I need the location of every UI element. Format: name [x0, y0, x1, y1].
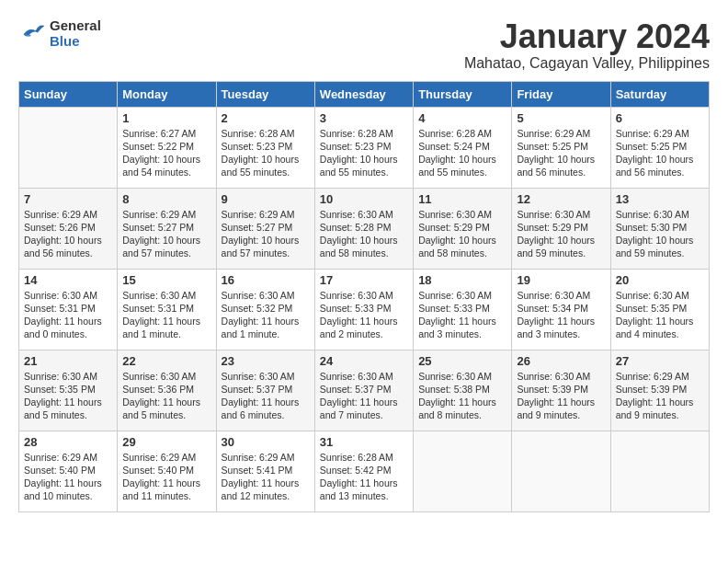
day-content: Sunrise: 6:29 AM Sunset: 5:40 PM Dayligh… — [122, 451, 210, 503]
day-number: 7 — [24, 192, 112, 206]
calendar-cell: 15Sunrise: 6:30 AM Sunset: 5:31 PM Dayli… — [118, 269, 216, 350]
calendar-cell: 23Sunrise: 6:30 AM Sunset: 5:37 PM Dayli… — [216, 350, 314, 431]
calendar-cell: 28Sunrise: 6:29 AM Sunset: 5:40 PM Dayli… — [19, 431, 118, 511]
day-number: 26 — [517, 354, 605, 368]
calendar-cell: 12Sunrise: 6:30 AM Sunset: 5:29 PM Dayli… — [512, 188, 610, 269]
day-content: Sunrise: 6:28 AM Sunset: 5:23 PM Dayligh… — [222, 127, 310, 179]
day-number: 19 — [517, 273, 605, 287]
day-content: Sunrise: 6:30 AM Sunset: 5:36 PM Dayligh… — [122, 370, 210, 422]
calendar-cell: 20Sunrise: 6:30 AM Sunset: 5:35 PM Dayli… — [610, 269, 709, 350]
day-content: Sunrise: 6:30 AM Sunset: 5:38 PM Dayligh… — [418, 370, 506, 422]
week-row-2: 7Sunrise: 6:29 AM Sunset: 5:26 PM Daylig… — [19, 188, 710, 269]
calendar-cell: 14Sunrise: 6:30 AM Sunset: 5:31 PM Dayli… — [19, 269, 118, 350]
column-header-wednesday: Wednesday — [314, 81, 413, 107]
day-content: Sunrise: 6:30 AM Sunset: 5:39 PM Dayligh… — [517, 370, 605, 422]
day-number: 23 — [222, 354, 310, 368]
column-header-sunday: Sunday — [19, 81, 118, 107]
day-content: Sunrise: 6:29 AM Sunset: 5:39 PM Dayligh… — [616, 370, 704, 422]
day-content: Sunrise: 6:28 AM Sunset: 5:23 PM Dayligh… — [320, 127, 408, 179]
day-content: Sunrise: 6:29 AM Sunset: 5:41 PM Dayligh… — [222, 451, 310, 503]
day-content: Sunrise: 6:29 AM Sunset: 5:25 PM Dayligh… — [616, 127, 704, 179]
week-row-4: 21Sunrise: 6:30 AM Sunset: 5:35 PM Dayli… — [19, 350, 710, 431]
calendar-cell: 30Sunrise: 6:29 AM Sunset: 5:41 PM Dayli… — [216, 431, 314, 511]
calendar-cell: 2Sunrise: 6:28 AM Sunset: 5:23 PM Daylig… — [216, 107, 314, 188]
calendar-cell — [414, 431, 512, 511]
day-content: Sunrise: 6:30 AM Sunset: 5:33 PM Dayligh… — [418, 289, 506, 341]
day-number: 20 — [616, 273, 704, 287]
logo-general: General — [50, 18, 101, 34]
day-number: 13 — [616, 192, 704, 206]
logo: General Blue — [18, 18, 101, 49]
calendar-cell: 24Sunrise: 6:30 AM Sunset: 5:37 PM Dayli… — [314, 350, 413, 431]
calendar-cell: 18Sunrise: 6:30 AM Sunset: 5:33 PM Dayli… — [414, 269, 512, 350]
day-content: Sunrise: 6:29 AM Sunset: 5:27 PM Dayligh… — [122, 208, 210, 260]
column-header-friday: Friday — [512, 81, 610, 107]
day-number: 22 — [122, 354, 210, 368]
title-area: January 2024 Mahatao, Cagayan Valley, Ph… — [464, 18, 710, 72]
day-content: Sunrise: 6:30 AM Sunset: 5:31 PM Dayligh… — [24, 289, 112, 341]
header-row: SundayMondayTuesdayWednesdayThursdayFrid… — [19, 81, 710, 107]
day-content: Sunrise: 6:30 AM Sunset: 5:34 PM Dayligh… — [517, 289, 605, 341]
day-content: Sunrise: 6:30 AM Sunset: 5:37 PM Dayligh… — [222, 370, 310, 422]
logo-blue: Blue — [50, 34, 101, 50]
calendar-cell: 22Sunrise: 6:30 AM Sunset: 5:36 PM Dayli… — [118, 350, 216, 431]
day-content: Sunrise: 6:30 AM Sunset: 5:31 PM Dayligh… — [122, 289, 210, 341]
calendar-cell: 11Sunrise: 6:30 AM Sunset: 5:29 PM Dayli… — [414, 188, 512, 269]
day-number: 12 — [517, 192, 605, 206]
day-content: Sunrise: 6:30 AM Sunset: 5:29 PM Dayligh… — [517, 208, 605, 260]
day-number: 30 — [222, 435, 310, 449]
day-content: Sunrise: 6:29 AM Sunset: 5:27 PM Dayligh… — [222, 208, 310, 260]
day-number: 11 — [418, 192, 506, 206]
day-number: 18 — [418, 273, 506, 287]
calendar-cell: 16Sunrise: 6:30 AM Sunset: 5:32 PM Dayli… — [216, 269, 314, 350]
day-number: 4 — [418, 111, 506, 125]
day-content: Sunrise: 6:28 AM Sunset: 5:42 PM Dayligh… — [320, 451, 408, 503]
calendar-cell: 29Sunrise: 6:29 AM Sunset: 5:40 PM Dayli… — [118, 431, 216, 511]
day-content: Sunrise: 6:29 AM Sunset: 5:40 PM Dayligh… — [24, 451, 112, 503]
calendar-cell: 5Sunrise: 6:29 AM Sunset: 5:25 PM Daylig… — [512, 107, 610, 188]
logo-bird-icon — [18, 20, 46, 48]
day-content: Sunrise: 6:30 AM Sunset: 5:32 PM Dayligh… — [222, 289, 310, 341]
day-number: 16 — [222, 273, 310, 287]
day-content: Sunrise: 6:28 AM Sunset: 5:24 PM Dayligh… — [418, 127, 506, 179]
calendar-cell: 8Sunrise: 6:29 AM Sunset: 5:27 PM Daylig… — [118, 188, 216, 269]
calendar-header: SundayMondayTuesdayWednesdayThursdayFrid… — [19, 81, 710, 107]
day-number: 25 — [418, 354, 506, 368]
calendar-cell: 3Sunrise: 6:28 AM Sunset: 5:23 PM Daylig… — [314, 107, 413, 188]
calendar-cell: 21Sunrise: 6:30 AM Sunset: 5:35 PM Dayli… — [19, 350, 118, 431]
calendar-cell: 17Sunrise: 6:30 AM Sunset: 5:33 PM Dayli… — [314, 269, 413, 350]
day-number: 24 — [320, 354, 408, 368]
day-content: Sunrise: 6:30 AM Sunset: 5:35 PM Dayligh… — [616, 289, 704, 341]
calendar-body: 1Sunrise: 6:27 AM Sunset: 5:22 PM Daylig… — [19, 107, 710, 511]
calendar-cell: 6Sunrise: 6:29 AM Sunset: 5:25 PM Daylig… — [610, 107, 709, 188]
day-number: 1 — [122, 111, 210, 125]
calendar-cell: 7Sunrise: 6:29 AM Sunset: 5:26 PM Daylig… — [19, 188, 118, 269]
day-content: Sunrise: 6:30 AM Sunset: 5:30 PM Dayligh… — [616, 208, 704, 260]
day-number: 10 — [320, 192, 408, 206]
week-row-1: 1Sunrise: 6:27 AM Sunset: 5:22 PM Daylig… — [19, 107, 710, 188]
column-header-saturday: Saturday — [610, 81, 709, 107]
column-header-thursday: Thursday — [414, 81, 512, 107]
calendar-cell: 31Sunrise: 6:28 AM Sunset: 5:42 PM Dayli… — [314, 431, 413, 511]
calendar-cell — [610, 431, 709, 511]
day-content: Sunrise: 6:30 AM Sunset: 5:35 PM Dayligh… — [24, 370, 112, 422]
calendar-cell: 9Sunrise: 6:29 AM Sunset: 5:27 PM Daylig… — [216, 188, 314, 269]
day-number: 15 — [122, 273, 210, 287]
day-number: 14 — [24, 273, 112, 287]
calendar-cell: 25Sunrise: 6:30 AM Sunset: 5:38 PM Dayli… — [414, 350, 512, 431]
day-number: 2 — [222, 111, 310, 125]
day-number: 3 — [320, 111, 408, 125]
month-title: January 2024 — [464, 18, 710, 55]
week-row-3: 14Sunrise: 6:30 AM Sunset: 5:31 PM Dayli… — [19, 269, 710, 350]
column-header-monday: Monday — [118, 81, 216, 107]
calendar-cell — [512, 431, 610, 511]
day-number: 17 — [320, 273, 408, 287]
calendar-cell: 13Sunrise: 6:30 AM Sunset: 5:30 PM Dayli… — [610, 188, 709, 269]
location-title: Mahatao, Cagayan Valley, Philippines — [464, 55, 710, 72]
day-number: 8 — [122, 192, 210, 206]
day-content: Sunrise: 6:30 AM Sunset: 5:29 PM Dayligh… — [418, 208, 506, 260]
calendar-cell: 27Sunrise: 6:29 AM Sunset: 5:39 PM Dayli… — [610, 350, 709, 431]
day-number: 27 — [616, 354, 704, 368]
day-number: 9 — [222, 192, 310, 206]
logo-text: General Blue — [50, 18, 101, 49]
